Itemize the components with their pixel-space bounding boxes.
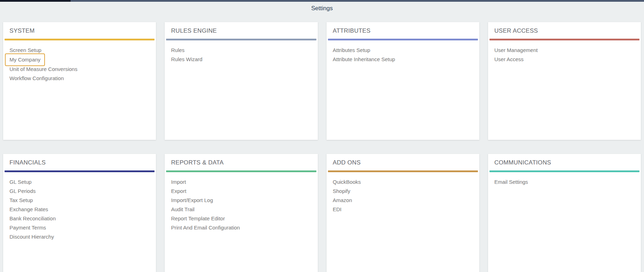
- settings-link-bank-reconciliation[interactable]: Bank Reconciliation: [9, 214, 56, 223]
- card-title: RULES ENGINE: [165, 22, 317, 39]
- settings-link-quickbooks[interactable]: QuickBooks: [333, 177, 361, 187]
- settings-link-rules-wizard[interactable]: Rules Wizard: [171, 55, 202, 64]
- link-row: Export: [171, 187, 311, 196]
- card-financials: FINANCIALS GL SetupGL PeriodsTax SetupEx…: [3, 154, 156, 272]
- link-row: Audit Trail: [171, 205, 311, 214]
- link-row: My Company: [9, 55, 150, 65]
- link-row: User Management: [494, 46, 635, 55]
- link-row: Import: [171, 177, 311, 187]
- link-row: QuickBooks: [333, 177, 473, 187]
- link-row: Print And Email Configuration: [171, 223, 311, 232]
- link-row: GL Periods: [9, 187, 150, 196]
- page-title: Settings: [0, 2, 644, 14]
- link-row: Bank Reconciliation: [9, 214, 150, 223]
- settings-link-discount-hierarchy[interactable]: Discount Hierarchy: [9, 232, 54, 241]
- card-user-access: USER ACCESS User ManagementUser Access: [488, 22, 641, 140]
- card-links: RulesRules Wizard: [165, 40, 317, 69]
- link-row: GL Setup: [9, 177, 150, 187]
- settings-link-my-company[interactable]: My Company: [5, 53, 45, 66]
- link-row: Unit of Measure Conversions: [9, 65, 150, 74]
- link-row: EDI: [333, 205, 473, 214]
- link-row: Import/Export Log: [171, 196, 311, 205]
- card-reports-data: REPORTS & DATA ImportExportImport/Export…: [165, 154, 317, 272]
- top-bar-dark-segment: [0, 0, 71, 2]
- link-row: Attributes Setup: [333, 46, 473, 55]
- link-row: Tax Setup: [9, 196, 150, 205]
- settings-link-amazon[interactable]: Amazon: [333, 196, 352, 205]
- settings-link-import[interactable]: Import: [171, 177, 186, 187]
- settings-link-tax-setup[interactable]: Tax Setup: [9, 196, 33, 205]
- card-rules-engine: RULES ENGINE RulesRules Wizard: [165, 22, 317, 140]
- settings-link-shopify[interactable]: Shopify: [333, 187, 350, 196]
- card-links: User ManagementUser Access: [488, 40, 641, 69]
- card-system: SYSTEM Screen SetupMy CompanyUnit of Mea…: [3, 22, 156, 140]
- link-row: Attribute Inheritance Setup: [333, 55, 473, 64]
- settings-link-attribute-inheritance-setup[interactable]: Attribute Inheritance Setup: [333, 55, 395, 64]
- link-row: Rules Wizard: [171, 55, 311, 64]
- card-title: COMMUNICATIONS: [488, 154, 641, 170]
- link-row: Shopify: [333, 187, 473, 196]
- link-row: Rules: [171, 46, 311, 55]
- card-attributes: ATTRIBUTES Attributes SetupAttribute Inh…: [327, 22, 479, 140]
- settings-link-export[interactable]: Export: [171, 187, 186, 196]
- card-title: REPORTS & DATA: [165, 154, 317, 170]
- card-communications: COMMUNICATIONS Email Settings: [488, 154, 641, 272]
- link-row: Email Settings: [494, 177, 635, 187]
- link-row: User Access: [494, 55, 635, 64]
- card-links: Attributes SetupAttribute Inheritance Se…: [327, 40, 479, 69]
- settings-link-unit-of-measure-conversions[interactable]: Unit of Measure Conversions: [9, 65, 77, 74]
- link-row: Amazon: [333, 196, 473, 205]
- card-title: ADD ONS: [327, 154, 479, 170]
- card-title: ATTRIBUTES: [327, 22, 479, 39]
- card-title: SYSTEM: [3, 22, 156, 39]
- settings-link-workflow-configuration[interactable]: Workflow Configuration: [9, 74, 64, 83]
- card-links: ImportExportImport/Export LogAudit Trail…: [165, 172, 317, 238]
- settings-grid: SYSTEM Screen SetupMy CompanyUnit of Mea…: [0, 22, 644, 272]
- settings-link-edi[interactable]: EDI: [333, 205, 342, 214]
- settings-link-import-export-log[interactable]: Import/Export Log: [171, 196, 213, 205]
- card-links: Screen SetupMy CompanyUnit of Measure Co…: [3, 40, 156, 88]
- top-bar: [0, 0, 644, 2]
- link-row: Report Template Editor: [171, 214, 311, 223]
- link-row: Exchange Rates: [9, 205, 150, 214]
- settings-link-payment-terms[interactable]: Payment Terms: [9, 223, 46, 232]
- settings-link-audit-trail[interactable]: Audit Trail: [171, 205, 195, 214]
- settings-link-print-and-email-configuration[interactable]: Print And Email Configuration: [171, 223, 240, 232]
- card-links: QuickBooksShopifyAmazonEDI: [327, 172, 479, 219]
- settings-link-gl-periods[interactable]: GL Periods: [9, 187, 35, 196]
- card-title: USER ACCESS: [488, 22, 641, 39]
- link-row: Discount Hierarchy: [9, 232, 150, 241]
- settings-link-attributes-setup[interactable]: Attributes Setup: [333, 46, 370, 55]
- settings-link-email-settings[interactable]: Email Settings: [494, 177, 528, 187]
- settings-link-user-management[interactable]: User Management: [494, 46, 538, 55]
- settings-link-gl-setup[interactable]: GL Setup: [9, 177, 32, 187]
- card-title: FINANCIALS: [3, 154, 156, 170]
- card-links: GL SetupGL PeriodsTax SetupExchange Rate…: [3, 172, 156, 247]
- settings-link-report-template-editor[interactable]: Report Template Editor: [171, 214, 225, 223]
- link-row: Workflow Configuration: [9, 74, 150, 83]
- settings-link-user-access[interactable]: User Access: [494, 55, 524, 64]
- card-add-ons: ADD ONS QuickBooksShopifyAmazonEDI: [327, 154, 479, 272]
- card-links: Email Settings: [488, 172, 641, 192]
- link-row: Payment Terms: [9, 223, 150, 232]
- settings-link-exchange-rates[interactable]: Exchange Rates: [9, 205, 48, 214]
- settings-link-rules[interactable]: Rules: [171, 46, 184, 55]
